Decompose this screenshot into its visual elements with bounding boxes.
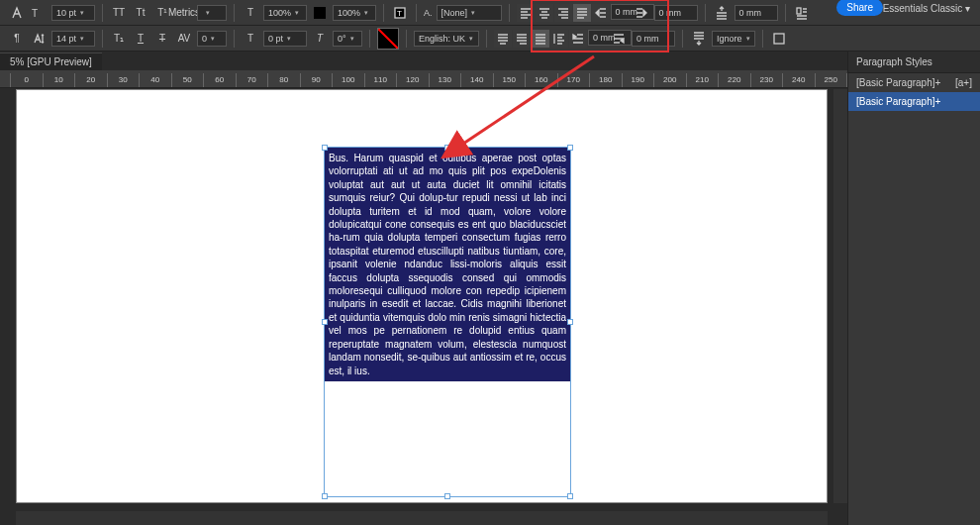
workspace-switcher[interactable]: Essentials Classic ▾ (883, 3, 970, 14)
font-size-field[interactable]: 10 pt (51, 5, 95, 21)
hscale-icon: T (242, 4, 259, 22)
metrics-label: Metrics (175, 4, 193, 22)
ruler-tick: 200 (653, 73, 686, 87)
space-after-icon (690, 30, 708, 48)
vertical-scrollbar[interactable] (833, 89, 847, 503)
ruler-tick: 230 (750, 73, 783, 87)
space-before-icon (713, 4, 731, 22)
allcaps-icon[interactable]: TT (110, 4, 128, 22)
handle-tr[interactable] (567, 145, 573, 151)
align-right-icon[interactable] (554, 4, 572, 22)
kerning-field[interactable] (197, 5, 227, 21)
tracking-icon: AV (175, 30, 193, 48)
leading-field[interactable]: 14 pt (51, 31, 95, 47)
ruler-tick: 190 (622, 73, 654, 87)
document-page[interactable]: Bus. Harum quaspid et oditibus aperae po… (16, 89, 828, 503)
handle-bm[interactable] (444, 493, 450, 499)
hyphenate-field[interactable]: Ignore (712, 31, 755, 47)
hscale-field[interactable]: 100% (263, 5, 307, 21)
style-basic-paragraph[interactable]: [Basic Paragraph]+[a+] (848, 73, 980, 92)
panel-title[interactable]: Paragraph Styles (848, 52, 980, 73)
dropcap-lines-icon[interactable] (793, 4, 811, 22)
justify-right-icon[interactable] (513, 30, 531, 48)
ruler-tick: 60 (203, 73, 236, 87)
space-before-field[interactable]: 0 mm (735, 5, 778, 21)
indent-right-field[interactable]: 0 mm (654, 5, 698, 21)
subscript-icon[interactable]: T₁ (110, 30, 128, 48)
strike-icon[interactable]: T (153, 30, 171, 48)
horizontal-scrollbar[interactable] (16, 511, 828, 525)
handle-tl[interactable] (322, 145, 328, 151)
skew-icon: T (311, 30, 329, 48)
ruler-tick: 220 (718, 73, 750, 87)
ruler-tick: 120 (396, 73, 429, 87)
workspace-label: Essentials Classic (883, 3, 963, 14)
svg-rect-5 (774, 34, 784, 44)
body-text[interactable]: Bus. Harum quaspid et oditibus aperae po… (325, 148, 570, 381)
ruler-tick: 130 (429, 73, 461, 87)
tracking-field[interactable]: 0 (197, 31, 227, 47)
away-spine-icon[interactable] (550, 30, 568, 48)
para-icon[interactable]: ¶ (8, 30, 26, 48)
svg-rect-4 (797, 8, 801, 14)
char-style-label: A. (424, 8, 433, 18)
ruler-tick: 90 (300, 73, 333, 87)
justify-all-icon[interactable] (532, 30, 549, 48)
ruler-tick: 210 (686, 73, 719, 87)
ruler-tick: 150 (493, 73, 526, 87)
last-line-icon (610, 30, 628, 48)
char-a-icon (311, 4, 329, 22)
handle-br[interactable] (567, 493, 573, 499)
text-frame[interactable]: Bus. Harum quaspid et oditibus aperae po… (324, 147, 571, 497)
paragraph-styles-panel: Paragraph Styles [Basic Paragraph]+[a+] … (847, 52, 980, 525)
ruler-tick: 170 (557, 73, 590, 87)
align-center-icon[interactable] (536, 4, 553, 22)
first-line-icon (569, 30, 587, 48)
char-icon[interactable] (8, 4, 26, 22)
fill-proxy[interactable]: T (391, 4, 409, 22)
control-row-1: T 10 pt TT Tt T¹ Metrics T 100% 100% T A… (0, 0, 980, 26)
svg-text:T: T (32, 8, 38, 19)
document-tab[interactable]: 5% [GPU Preview] (0, 52, 102, 70)
align-buttons: 0 mm (517, 4, 629, 22)
underline-icon[interactable]: T (132, 30, 149, 48)
align-left-icon[interactable] (517, 4, 535, 22)
leading-icon (30, 30, 48, 48)
justify-left-icon[interactable] (573, 4, 591, 22)
horizontal-ruler[interactable]: 0102030405060708090100110120130140150160… (0, 70, 980, 88)
ruler-tick: 100 (332, 73, 364, 87)
share-button[interactable]: Share (836, 0, 883, 16)
char-style-field[interactable]: [None] (437, 5, 502, 21)
ruler-tick: 80 (267, 73, 300, 87)
language-field[interactable]: English: UK (414, 31, 479, 47)
baseline-field[interactable]: 0 pt (263, 31, 307, 47)
ruler-tick: 240 (782, 73, 815, 87)
edit-icon[interactable]: [a+] (955, 77, 972, 88)
shading-icon[interactable] (770, 30, 788, 48)
ruler-tick: 30 (107, 73, 140, 87)
ruler-tick: 250 (815, 73, 847, 87)
ruler-tick: 20 (74, 73, 107, 87)
svg-text:T: T (397, 9, 402, 18)
last-line-field[interactable]: 0 mm (632, 31, 675, 47)
font-size-icon: T (30, 4, 48, 22)
skew-field[interactable]: 0° (333, 31, 362, 47)
style-label: [Basic Paragraph]+ (856, 77, 940, 88)
justify-buttons: 0 mm (494, 30, 606, 48)
hscale2-field[interactable]: 100% (333, 5, 376, 21)
ruler-tick: 10 (43, 73, 75, 87)
control-row-2: ¶ 14 pt T₁ T T AV 0 T 0 pt T 0° English:… (0, 26, 980, 52)
smallcaps-icon[interactable]: Tt (132, 4, 149, 22)
ruler-tick: 70 (236, 73, 268, 87)
control-panel: Share Essentials Classic ▾ T 10 pt TT Tt… (0, 0, 980, 52)
justify-center-icon[interactable] (494, 30, 512, 48)
ruler-tick: 180 (589, 73, 622, 87)
ruler-tick: 140 (460, 73, 493, 87)
handle-bl[interactable] (322, 493, 328, 499)
style-basic-paragraph-selected[interactable]: [Basic Paragraph]+ (848, 92, 980, 111)
handle-ml[interactable] (322, 319, 328, 325)
fill-swatch[interactable] (377, 28, 399, 50)
svg-rect-1 (314, 7, 326, 19)
handle-tm[interactable] (444, 145, 450, 151)
handle-mr[interactable] (567, 319, 573, 325)
